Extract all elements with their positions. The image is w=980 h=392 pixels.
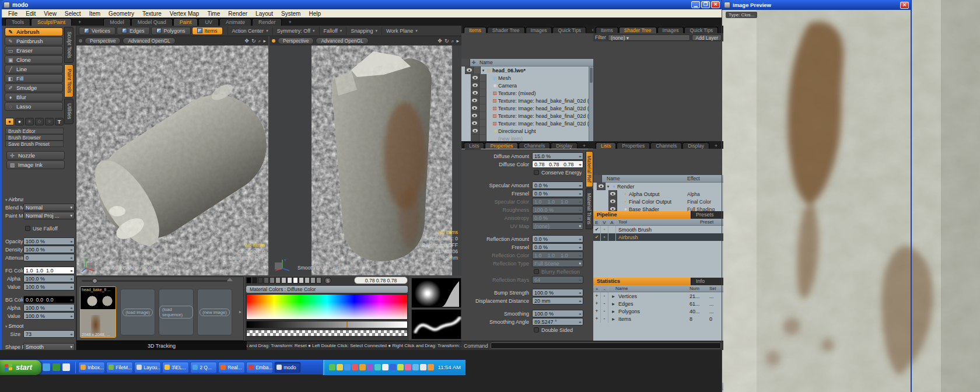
panel-tab[interactable]: Shader Tree [619,27,657,33]
color-swatch[interactable] [258,277,263,284]
menu-item[interactable]: Item [85,10,104,17]
filter-dropdown[interactable]: (none) ▾ [608,34,690,41]
layout-tab[interactable]: UV [198,18,219,26]
menu-item[interactable]: File [4,10,22,17]
presets-tab[interactable]: Presets [691,211,723,219]
tray-icon[interactable] [359,364,366,370]
stepper-icon[interactable]: ◂▸ [579,162,581,166]
brush-tip-button[interactable]: ✧ [45,118,54,125]
brush-tip-button[interactable]: T [55,118,64,125]
color-swatch[interactable] [252,277,257,284]
property-field[interactable]: 1.0 1.0 1.0 ▾ ◂▸ [532,251,583,259]
panel-tab[interactable]: Quick Tips [552,27,586,33]
item-row[interactable]: ▦ Mesh [461,74,593,82]
pipeline-tool-row[interactable]: ✔ ● Airbrush [593,233,723,241]
add-layer-button[interactable]: Add Layer [692,34,722,41]
visibility-cell[interactable] [471,104,480,112]
tray-icon[interactable] [352,364,358,370]
quick-launch-icon[interactable] [43,363,50,371]
toolbar-dropdown[interactable]: Work Plane [382,27,422,35]
auto-cell[interactable] [608,226,616,233]
panel-tab[interactable]: Items [464,27,487,33]
panel-tab[interactable]: + [719,27,723,33]
property-field[interactable]: 0.0 % ▾ ◂▸ [532,181,583,189]
item-row[interactable]: ▨ Texture: Image: head_bake_final_02d (6… [461,120,593,127]
checkbox-icon[interactable] [25,226,30,231]
tool-button[interactable]: ╱ Line [5,65,63,74]
property-field[interactable]: 100.0 % ▾ ◂▸ [23,312,75,320]
brush-tip-button[interactable]: ✳ [25,118,34,125]
enable-check[interactable]: ✔ [593,226,601,233]
tray-icon[interactable] [382,364,388,370]
stepper-icon[interactable]: ◂▸ [70,332,72,336]
load-sequence-cell[interactable]: (load sequence) [159,289,194,335]
command-input[interactable] [491,342,721,349]
visibility-cell[interactable] [597,183,606,190]
panel-tab[interactable]: Properties [617,142,650,149]
layout-tab[interactable]: Render [252,18,282,26]
slider-handle[interactable] [92,278,97,284]
statistics-row[interactable]: + - ▶ Edges 61... ... [593,300,723,307]
color-swatch[interactable] [264,277,269,284]
zoom-icon[interactable]: ⌕ [451,38,454,44]
color-swatch[interactable] [293,277,298,284]
panel-tab[interactable]: Shader Tree [487,27,525,33]
menu-item[interactable]: Time [203,10,224,17]
property-field[interactable]: 0 ▾ ◂▸ [23,254,75,261]
value-marker[interactable] [346,321,348,328]
visible-dot[interactable]: ● [601,226,608,233]
shader-row[interactable]: ▼ ● Render [593,183,723,190]
layout-tab[interactable]: Animate [219,18,251,26]
value-slider[interactable] [246,321,408,328]
stepper-icon[interactable]: ◂▸ [579,200,581,204]
panel-tab[interactable]: Lists [464,142,484,149]
close-button[interactable]: ✕ [711,1,720,8]
stepper-icon[interactable]: ◂▸ [70,285,72,289]
item-row[interactable]: ▨ Texture: Image: head_bake_final_02d (4… [461,104,593,112]
viewport-shading-button[interactable]: Advanced OpenGL [123,37,175,44]
stepper-icon[interactable]: ◂▸ [70,256,72,260]
select-remove-button[interactable]: - [601,292,608,300]
pan-icon[interactable]: ✥ [438,38,442,44]
menu-item[interactable]: Texture [138,10,166,17]
stepper-icon[interactable]: ◂▸ [579,245,581,249]
enable-check[interactable]: ✔ [593,233,601,241]
taskbar-window-button[interactable]: 3\EL... [162,362,189,373]
color-swatch[interactable] [299,277,304,284]
minimize-button[interactable]: ▁ [691,1,700,8]
layout-tab[interactable]: + [282,19,297,26]
property-field[interactable]: 100.0 % ▾ ◂▸ [532,310,583,317]
info-tab[interactable]: Info [691,278,723,285]
visibility-cell[interactable] [471,112,480,120]
stepper-icon[interactable]: ◂▸ [70,268,72,272]
taskbar-window-button[interactable]: Inbox... [78,362,105,373]
visibility-cell[interactable] [471,120,480,127]
image-preview-close-button[interactable]: ✕ [900,2,909,9]
tool-button[interactable]: ♦ Blur [5,93,63,102]
stepper-icon[interactable]: ◂▸ [70,298,72,302]
viewport-shading-button[interactable]: Advanced OpenGL [316,37,368,44]
visibility-cell[interactable] [471,89,480,97]
rotate-icon[interactable]: ↻ [251,38,256,44]
tray-icon[interactable] [337,364,343,370]
layout-tab[interactable]: Model [103,18,131,26]
item-row[interactable]: ☀ Directional Light [461,127,593,135]
zoom-icon[interactable]: ⌕ [258,38,261,44]
select-add-button[interactable]: + [593,307,601,315]
tray-icon[interactable] [412,364,419,370]
tray-icon[interactable] [405,364,411,370]
property-field[interactable]: Blurry Reflection ▾ ◂▸ [532,268,583,275]
material-vertical-tab[interactable]: Material Trans [586,188,593,229]
color-swatch[interactable] [281,277,286,284]
brush-link[interactable]: Brush Editor [5,128,64,134]
stepper-icon[interactable]: ◂▸ [70,239,72,243]
start-button[interactable]: start [0,360,41,375]
load-image-cell[interactable]: (load image) [120,289,155,335]
property-field[interactable]: 100.0 % ▾ ◂▸ [23,237,75,245]
quick-launch-icon[interactable] [62,363,70,371]
viewport-right[interactable]: Perspective Advanced OpenGL ✥ ↻ ⌕ ▸ [270,36,461,275]
maximize-button[interactable]: ❐ [701,1,710,8]
property-field[interactable]: 0.78 0.78 0.78 ▾ ◂▸ [532,160,583,168]
stepper-icon[interactable]: ◂▸ [579,154,581,158]
property-field[interactable]: Double Sided ▾ ◂▸ [532,326,583,334]
